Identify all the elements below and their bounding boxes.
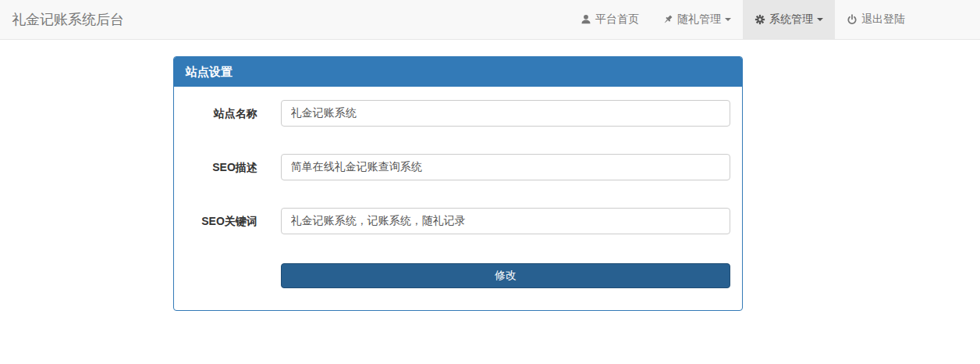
submit-row: 修改	[186, 263, 730, 288]
top-navbar: 礼金记账系统后台 平台首页 随礼管理	[0, 0, 980, 40]
modify-button[interactable]: 修改	[281, 263, 730, 288]
nav-item-label: 系统管理	[769, 12, 813, 27]
power-icon	[847, 14, 858, 25]
form-row-site-name: 站点名称	[186, 100, 730, 127]
nav-item-system-management[interactable]: 系统管理	[743, 0, 835, 39]
nav-item-label: 随礼管理	[677, 12, 721, 27]
nav-item-label: 平台首页	[595, 12, 639, 27]
seo-description-label: SEO描述	[186, 154, 281, 180]
user-icon	[581, 14, 591, 25]
chevron-down-icon	[725, 18, 731, 21]
chevron-down-icon	[817, 18, 823, 21]
seo-keywords-label: SEO关键词	[186, 208, 281, 234]
site-settings-form: 站点名称 SEO描述 SEO关键词 修改	[174, 87, 742, 310]
site-name-label: 站点名称	[186, 100, 281, 127]
panel-title: 站点设置	[174, 57, 742, 87]
pushpin-icon	[662, 14, 673, 25]
form-row-seo-description: SEO描述	[186, 154, 730, 180]
nav-item-label: 退出登陆	[861, 12, 905, 27]
site-name-input[interactable]	[281, 100, 730, 127]
seo-keywords-input[interactable]	[281, 208, 730, 234]
site-settings-panel: 站点设置 站点名称 SEO描述 SEO关键词 修改	[173, 56, 743, 311]
navbar-brand[interactable]: 礼金记账系统后台	[12, 0, 124, 39]
navbar-menu: 平台首页 随礼管理	[569, 0, 917, 39]
nav-item-logout[interactable]: 退出登陆	[835, 0, 917, 39]
nav-item-gift-management[interactable]: 随礼管理	[651, 0, 743, 39]
seo-description-input[interactable]	[281, 154, 730, 180]
gear-icon	[755, 14, 765, 25]
form-row-seo-keywords: SEO关键词	[186, 208, 730, 234]
nav-item-platform-home[interactable]: 平台首页	[569, 0, 651, 39]
